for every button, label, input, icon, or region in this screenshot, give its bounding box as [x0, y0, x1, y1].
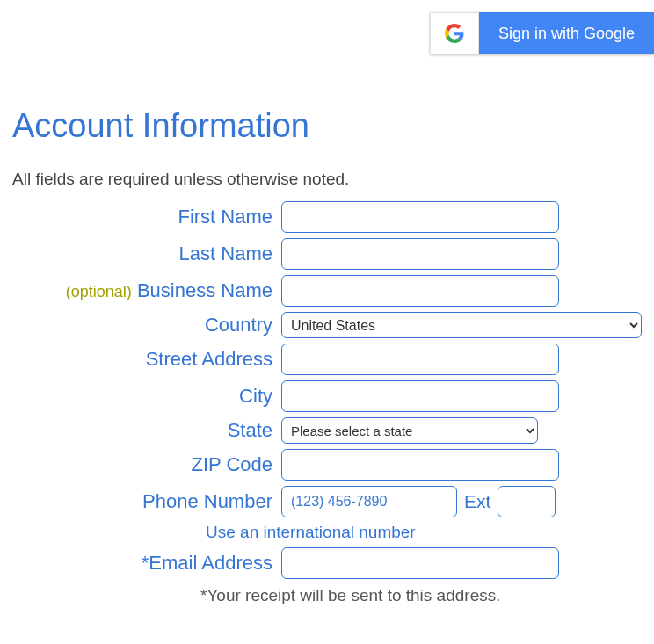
ext-input[interactable]: [498, 486, 556, 517]
zip-input[interactable]: [281, 449, 559, 481]
first-name-input[interactable]: [281, 201, 559, 233]
required-note: All fields are required unless otherwise…: [12, 170, 642, 189]
email-input[interactable]: [281, 547, 559, 579]
email-label: *Email Address: [12, 552, 281, 575]
state-label: State: [12, 419, 281, 442]
google-icon: [430, 12, 479, 54]
state-select[interactable]: Please select a state: [281, 417, 538, 444]
phone-label: Phone Number: [12, 490, 281, 513]
city-input[interactable]: [281, 380, 559, 412]
first-name-label: First Name: [12, 206, 281, 228]
country-label: Country: [12, 314, 281, 336]
business-name-input[interactable]: [281, 275, 559, 307]
page-title: Account Information: [12, 107, 642, 145]
receipt-note: *Your receipt will be sent to this addre…: [200, 586, 500, 605]
zip-label: ZIP Code: [12, 453, 281, 476]
google-signin-button[interactable]: Sign in with Google: [430, 12, 654, 54]
phone-input[interactable]: [281, 486, 457, 517]
street-address-input[interactable]: [281, 344, 559, 375]
last-name-input[interactable]: [281, 238, 559, 270]
business-name-label: (optional) Business Name: [12, 279, 281, 302]
optional-tag: (optional): [66, 283, 132, 300]
ext-label: Ext: [464, 491, 490, 512]
city-label: City: [12, 385, 281, 408]
country-select[interactable]: United States: [281, 312, 642, 338]
google-signin-label: Sign in with Google: [479, 12, 654, 54]
street-address-label: Street Address: [12, 348, 281, 371]
last-name-label: Last Name: [12, 242, 281, 265]
international-number-link[interactable]: Use an international number: [206, 523, 416, 542]
